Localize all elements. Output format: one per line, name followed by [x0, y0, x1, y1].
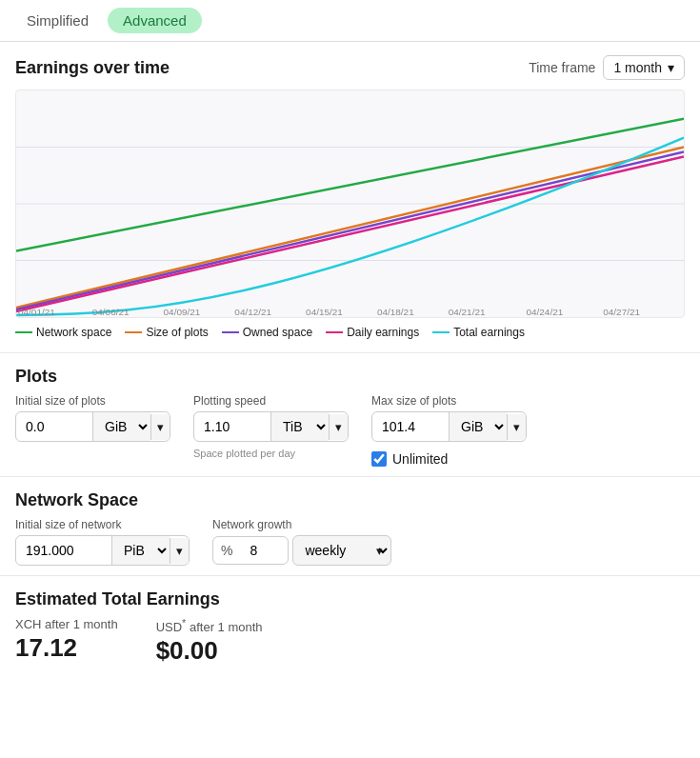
timeframe-label: Time frame: [529, 60, 595, 75]
network-initial-size-group: Initial size of network PiB TiB GiB ▾: [15, 518, 190, 566]
legend-line-daily: [326, 331, 343, 333]
max-size-label: Max size of plots: [371, 394, 527, 408]
legend-line-owned: [222, 331, 239, 333]
network-growth-percent: %: [213, 537, 240, 564]
legend-label-daily: Daily earnings: [347, 326, 419, 339]
network-section: Network Space Initial size of network Pi…: [0, 477, 700, 576]
initial-size-label: Initial size of plots: [15, 394, 170, 408]
network-initial-size-label: Initial size of network: [15, 518, 190, 531]
network-initial-size-input-group: PiB TiB GiB ▾: [15, 535, 190, 566]
earnings-title: Estimated Total Earnings: [15, 589, 685, 609]
max-size-input-group: GiB TiB PiB ▾: [371, 411, 527, 442]
plotting-speed-input-group: TiB GiB PiB ▾: [193, 411, 349, 442]
plots-section: Plots Initial size of plots GiB TiB PiB …: [0, 353, 700, 477]
chart-svg: 04/01/21 04/06/21 04/09/21 04/12/21 04/1…: [16, 90, 684, 317]
svg-text:04/27/21: 04/27/21: [603, 307, 640, 317]
svg-text:04/24/21: 04/24/21: [526, 307, 563, 317]
xch-value: 17.12: [15, 633, 118, 663]
xch-group: XCH after 1 month 17.12: [15, 617, 118, 663]
plotting-speed-unit-select[interactable]: TiB GiB PiB: [270, 412, 329, 441]
usd-after-label: after 1 month: [190, 620, 263, 634]
timeframe-group: Time frame 1 month ▾: [529, 55, 685, 80]
chart-header: Earnings over time Time frame 1 month ▾: [15, 55, 685, 80]
network-growth-input-group: %: [212, 536, 289, 565]
usd-group: USD* after 1 month $0.00: [156, 617, 263, 666]
chart-title: Earnings over time: [15, 58, 170, 78]
earnings-row: XCH after 1 month 17.12 USD* after 1 mon…: [15, 617, 685, 666]
chevron-down-icon: ▾: [668, 60, 674, 75]
svg-text:04/15/21: 04/15/21: [306, 307, 343, 317]
plotting-speed-input[interactable]: [194, 413, 270, 440]
svg-text:04/09/21: 04/09/21: [164, 307, 201, 317]
legend-label-network: Network space: [36, 326, 111, 339]
plotting-speed-label: Plotting speed: [193, 394, 349, 408]
unlimited-checkbox[interactable]: [371, 451, 387, 467]
network-growth-period-chevron: ▾: [376, 544, 383, 558]
plots-fields-row: Initial size of plots GiB TiB PiB ▾ Plot…: [15, 394, 685, 467]
network-fields-row: Initial size of network PiB TiB GiB ▾ Ne…: [15, 518, 685, 566]
initial-size-chevron: ▾: [150, 414, 170, 440]
svg-text:04/12/21: 04/12/21: [234, 307, 271, 317]
legend-label-plots: Size of plots: [146, 326, 208, 339]
network-growth-input-row: % weekly daily monthly ▾: [212, 535, 383, 566]
legend-line-total: [432, 331, 450, 333]
network-growth-label: Network growth: [212, 518, 383, 531]
legend-label-owned: Owned space: [243, 326, 312, 339]
legend-owned-space[interactable]: Owned space: [222, 326, 312, 339]
plotting-speed-sublabel: Space plotted per day: [193, 448, 349, 459]
svg-text:04/06/21: 04/06/21: [92, 307, 130, 317]
network-initial-size-unit-select[interactable]: PiB TiB GiB: [111, 536, 170, 565]
network-growth-group: Network growth % weekly daily monthly ▾: [212, 518, 383, 566]
timeframe-select[interactable]: 1 month ▾: [603, 55, 685, 80]
tab-advanced[interactable]: Advanced: [108, 8, 202, 33]
initial-size-input-group: GiB TiB PiB ▾: [15, 411, 170, 442]
legend-daily-earnings[interactable]: Daily earnings: [326, 326, 419, 339]
legend-line-network: [15, 331, 32, 333]
usd-label: USD: [156, 620, 182, 634]
svg-text:04/21/21: 04/21/21: [449, 307, 486, 317]
svg-text:04/18/21: 04/18/21: [377, 307, 414, 317]
tab-simplified[interactable]: Simplified: [11, 8, 104, 33]
max-size-group: Max size of plots GiB TiB PiB ▾ Unlimite…: [371, 394, 527, 467]
legend-size-of-plots[interactable]: Size of plots: [125, 326, 208, 339]
chart-area: 04/01/21 04/06/21 04/09/21 04/12/21 04/1…: [15, 90, 685, 318]
timeframe-value: 1 month: [613, 60, 662, 75]
initial-size-unit-select[interactable]: GiB TiB PiB: [92, 412, 150, 441]
legend-line-plots: [125, 331, 142, 333]
svg-text:04/01/21: 04/01/21: [18, 307, 55, 317]
initial-size-input[interactable]: [16, 413, 92, 440]
network-initial-size-chevron: ▾: [170, 538, 189, 564]
legend-network-space[interactable]: Network space: [15, 326, 111, 339]
chart-legend: Network space Size of plots Owned space …: [15, 326, 685, 339]
plots-title: Plots: [15, 367, 685, 387]
initial-size-group: Initial size of plots GiB TiB PiB ▾: [15, 394, 170, 442]
usd-value: $0.00: [156, 636, 263, 666]
network-growth-input[interactable]: [240, 537, 288, 564]
legend-label-total: Total earnings: [453, 326, 525, 339]
xch-sublabel: XCH after 1 month: [15, 617, 118, 631]
earnings-section: Estimated Total Earnings XCH after 1 mon…: [0, 576, 700, 679]
legend-total-earnings[interactable]: Total earnings: [432, 326, 525, 339]
tab-bar: Simplified Advanced: [0, 0, 700, 42]
usd-sublabel: USD* after 1 month: [156, 617, 263, 634]
max-size-input[interactable]: [372, 413, 449, 440]
unlimited-row: Unlimited: [371, 451, 527, 467]
unlimited-label: Unlimited: [392, 451, 448, 467]
plotting-speed-chevron: ▾: [329, 414, 348, 440]
network-initial-size-input[interactable]: [16, 537, 111, 564]
network-title: Network Space: [15, 490, 685, 510]
plotting-speed-group: Plotting speed TiB GiB PiB ▾ Space plott…: [193, 394, 349, 459]
max-size-chevron: ▾: [507, 414, 526, 440]
max-size-unit-select[interactable]: GiB TiB PiB: [449, 412, 507, 441]
chart-section: Earnings over time Time frame 1 month ▾: [0, 42, 700, 353]
usd-asterisk: *: [182, 617, 186, 628]
